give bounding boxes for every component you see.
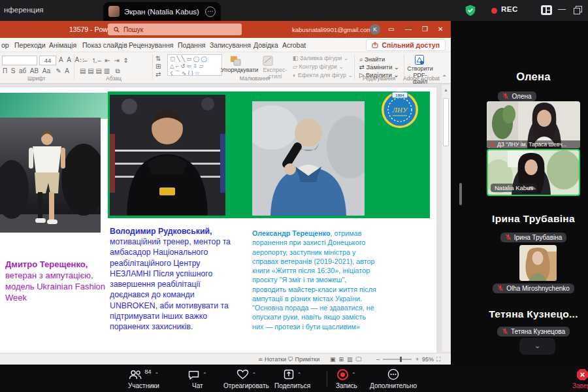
tab-label: Экран (Natalia Kabus): [124, 8, 199, 16]
font-name-box[interactable]: [2, 56, 37, 65]
ribbon-tab-review[interactable]: Рецензування: [129, 41, 173, 49]
replace-label: Замінити: [367, 63, 393, 71]
scroll-up-icon[interactable]: ▲: [444, 88, 448, 92]
ribbon-tab-view[interactable]: Подання: [178, 41, 205, 49]
end-meeting-button[interactable]: Завершить: [572, 368, 588, 389]
slide-canvas[interactable]: 1804 ЛНУ Дмитро Терещенко, ветеран з амп…: [0, 88, 436, 353]
shapes-row-2[interactable]: △ ⌐ ↺ ⇦ ⇩ ▱: [170, 63, 203, 69]
text-direction-icons[interactable]: ⇅ ⊞ ⇄: [155, 55, 161, 78]
ribbon-tab-animations[interactable]: Анімація: [49, 41, 76, 49]
notes-button[interactable]: ≐ Нотатки: [258, 356, 286, 363]
slide-scrollbar[interactable]: ▲: [441, 85, 450, 351]
chevron-up-icon[interactable]: ⌃: [297, 372, 302, 378]
caption-dmytro[interactable]: Дмитро Терещенко, ветеран з ампутацією, …: [5, 259, 108, 304]
participant-chip-iryna[interactable]: Ірина Трубавіна: [487, 231, 580, 243]
scrollbar-thumb[interactable]: [443, 98, 449, 146]
video-tile-lnu[interactable]: ДЗ "ЛНУ ім. Тараса Шевч...: [487, 101, 580, 148]
ppt-ribbon: 44 А А А П S аб АВ Аа ✎ А Шрифт ∷– ⒈– ⇤ …: [0, 52, 451, 84]
shape-outline-label: Контур фігури: [299, 63, 336, 70]
minimize-window-icon[interactable]: —: [558, 5, 566, 14]
ribbon-tab-slideshow[interactable]: Показ слайдів: [82, 41, 127, 49]
find-button[interactable]: ⌕ Знайти: [359, 56, 385, 63]
gallery-view-icon[interactable]: [541, 5, 552, 15]
participant-chip-olena[interactable]: Олена: [470, 90, 564, 102]
ppt-share-button[interactable]: Спільний доступ: [366, 39, 446, 51]
chevron-up-icon[interactable]: ⌃: [155, 372, 159, 378]
zoom-percentage[interactable]: 95%: [422, 356, 434, 363]
chevron-up-icon[interactable]: ⌃: [203, 372, 207, 378]
ppt-restore-icon[interactable]: ❐: [422, 25, 428, 33]
ppt-search-placeholder: Пошук: [123, 26, 143, 33]
ribbon-tab-design-partial[interactable]: ор: [1, 41, 9, 49]
chip-label: Олена: [512, 93, 531, 100]
zoom-meeting-window: нференция Экран (Natalia Kabus) ⋯ REC — …: [0, 0, 588, 392]
font-grow-shrink-icons[interactable]: А А А: [59, 56, 79, 63]
ribbon-divider: [354, 54, 355, 80]
ribbon-tab-acrobat[interactable]: Acrobat: [282, 41, 306, 49]
comments-button[interactable]: 🗩 Примітки: [287, 356, 319, 363]
font-size-box[interactable]: 44: [39, 56, 56, 65]
ppt-close-icon[interactable]: ✕: [438, 25, 443, 33]
quick-styles-line1: Експрес-: [263, 67, 287, 73]
participant-chip-tetiana[interactable]: Тетяна Кузнецова: [487, 325, 580, 337]
ppt-account-email[interactable]: kabusnatali9901@gmail.com: [292, 26, 372, 33]
paragraph-align-icons[interactable]: ▤ ▤ ▤ ▥ ⧉: [80, 67, 120, 75]
arrange-button[interactable]: Упорядкувати: [221, 67, 253, 73]
zoom-slider-thumb[interactable]: [400, 357, 402, 362]
restore-window-icon[interactable]: [574, 6, 582, 14]
tab-more-icon[interactable]: ⋯: [205, 7, 216, 17]
end-meeting-label: Завершить: [572, 382, 588, 389]
participants-panel: Олена Олена: [451, 21, 588, 366]
participants-button[interactable]: 84 ⌃ Участники: [128, 368, 159, 389]
chat-button[interactable]: ⌃ Чат: [188, 368, 207, 389]
ribbon-tab-transitions[interactable]: Переходи: [14, 41, 46, 49]
ribbon-tab-help[interactable]: Довідка: [253, 41, 278, 49]
view-buttons[interactable]: ▣ ⊞ ▥ 🖵: [330, 356, 361, 363]
paragraph-list-icons[interactable]: ∷– ⒈– ⇤ ⇥ ⇕: [80, 56, 129, 65]
shape-effects-button[interactable]: ◐ Ефекти для фігур ⌄: [293, 72, 353, 78]
caption-volodymyr[interactable]: Володимир Рудковський, мотиваційний трен…: [110, 226, 240, 332]
group-label-font: Шрифт: [0, 75, 73, 82]
font-style-icons[interactable]: П S аб АВ Аа ✎ А: [3, 67, 69, 74]
create-pdf-line1: Створити: [407, 65, 433, 72]
fit-slide-icon[interactable]: ⛶: [436, 356, 440, 363]
avatar-olha[interactable]: [519, 245, 557, 281]
react-button[interactable]: ⌃ Отреагировать: [223, 368, 269, 389]
tab-screen-share[interactable]: Экран (Natalia Kabus) ⋯: [103, 2, 221, 21]
collapse-panel-button[interactable]: ⌄: [519, 338, 555, 355]
record-button[interactable]: ⌃ Запись: [336, 368, 357, 389]
participants-icon: [129, 370, 142, 380]
search-icon: [114, 27, 120, 33]
caption-oleksandr[interactable]: Олександр Терещенко, отримав поранення п…: [252, 229, 376, 331]
panel-scrollbar-thumb[interactable]: [459, 183, 462, 205]
ribbon-tab-recording[interactable]: Записування: [210, 41, 251, 49]
participant-chip-olha[interactable]: Olha Miroshnychenko: [487, 282, 580, 294]
shapes-row-3[interactable]: ☇ ⌒ ∿ { } ☆: [170, 70, 200, 76]
shapes-row-1[interactable]: ▢ ╲ ╲ ▭ ◯ ◯: [170, 56, 207, 62]
share-screen-button[interactable]: ⌃ Поделиться: [274, 368, 310, 389]
ribbon-display-options-icon[interactable]: ▭: [388, 25, 394, 33]
ppt-search-box[interactable]: Пошук: [108, 24, 242, 35]
ppt-account-avatar[interactable]: K: [370, 24, 380, 35]
shape-effects-label: Ефекти для фігур: [298, 72, 346, 78]
zoom-in-icon[interactable]: +: [416, 356, 419, 363]
participant-name-text: Ірина Трубавіна: [492, 213, 575, 224]
more-button[interactable]: Дополнительно: [370, 368, 417, 389]
shape-fill-button[interactable]: ◧ Заливка фігури ⌄: [293, 55, 348, 61]
security-shield-icon[interactable]: [465, 5, 476, 16]
tab-conference[interactable]: нференция: [4, 6, 44, 14]
meeting-toolbar: 84 ⌃ Участники ⌃ Чат ⌃ Отреагировать: [0, 366, 588, 392]
shapes-gallery[interactable]: ▢ ╲ ╲ ▭ ◯ ◯ △ ⌐ ↺ ⇦ ⇩ ▱ ☇ ⌒ ∿ { } ☆: [167, 54, 222, 76]
ppt-slide-workspace: 1804 ЛНУ Дмитро Терещенко, ветеран з амп…: [0, 84, 451, 353]
zoom-out-icon[interactable]: –: [376, 356, 380, 363]
collapse-ribbon-icon[interactable]: ⌃: [442, 74, 447, 81]
shape-outline-button[interactable]: ▱ Контур фігури ⌄: [293, 63, 344, 70]
react-label: Отреагировать: [223, 382, 269, 389]
video-tile-natalia-kabus[interactable]: Natalia Kabus: [487, 149, 580, 196]
chevron-up-icon[interactable]: ⌃: [252, 372, 257, 378]
zoom-slider-track[interactable]: [383, 359, 412, 360]
tile-name-label: Natalia Kabus: [491, 184, 537, 192]
replace-button[interactable]: ⇄ Замінити ⌄: [359, 63, 399, 71]
chevron-up-icon[interactable]: ⌃: [351, 372, 356, 378]
ppt-minimize-icon[interactable]: —: [405, 25, 412, 33]
